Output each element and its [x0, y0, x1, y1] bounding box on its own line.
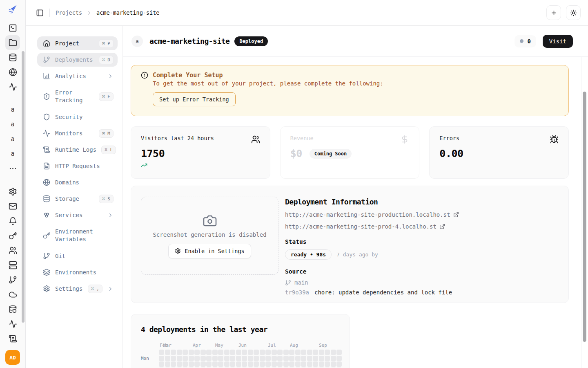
main-scrollbar-thumb[interactable]	[583, 92, 586, 342]
source-commit: tr9o39a chore: update dependencies and l…	[285, 289, 559, 296]
heatmap-cell	[206, 356, 212, 361]
heatmap-cell	[319, 356, 324, 361]
sidebar-item-services[interactable]: Services	[37, 208, 118, 222]
heatmap-month-label: Jul	[268, 343, 276, 348]
square-terminal-icon[interactable]	[5, 20, 20, 35]
heatmap-cell	[212, 350, 218, 355]
sidebar-item-environments[interactable]: Environments	[37, 265, 118, 279]
scroll-text-icon[interactable]	[5, 331, 20, 346]
rail-project-avatar[interactable]: a	[5, 102, 20, 117]
rail-project-avatar[interactable]: a	[5, 117, 20, 132]
git-branch-icon	[285, 280, 291, 286]
heatmap-cell	[212, 356, 218, 361]
dollar-sign-icon	[400, 135, 409, 144]
activity-icon[interactable]	[5, 316, 20, 331]
sidebar-item-label: Project	[55, 40, 94, 47]
shortcut-badge: ⌘ ,	[88, 285, 102, 293]
enable-in-settings-button[interactable]: Enable in Settings	[168, 244, 251, 258]
key-icon[interactable]	[5, 228, 20, 243]
commit-hash: tr9o39a	[285, 289, 309, 296]
heatmap-month-labels: FebMarAprMayJunJulAugSep	[159, 343, 340, 348]
sidebar-item-label: Error Tracking	[55, 89, 94, 104]
topbar: Projects acme-marketing-site	[26, 0, 588, 26]
heatmap-cell	[236, 350, 241, 355]
users-icon[interactable]	[5, 243, 20, 258]
status-meta: 7 days ago by	[336, 251, 378, 258]
git-branch-icon[interactable]	[5, 272, 20, 287]
sidebar-item-domains[interactable]: Domains	[37, 175, 118, 189]
app-logo-rocket-icon[interactable]	[6, 2, 19, 16]
heatmap-cell	[307, 350, 312, 355]
sidebar-item-analytics[interactable]: Analytics	[37, 69, 118, 83]
heatmap-month-label: Mar	[163, 343, 172, 348]
bell-icon[interactable]	[5, 213, 20, 228]
heatmap-cell	[289, 361, 294, 367]
setup-error-tracking-button[interactable]: Set up Error Tracking	[153, 92, 236, 106]
heatmap-cell	[218, 356, 223, 361]
sidebar-item-security[interactable]: Security	[37, 110, 118, 124]
activity-icon[interactable]	[5, 79, 20, 94]
sidebar-item-storage[interactable]: Storage⌘ S	[37, 192, 118, 206]
rail-project-avatar[interactable]: a	[5, 132, 20, 146]
sidebar-item-settings[interactable]: Settings⌘ ,	[37, 282, 118, 296]
folder-icon[interactable]	[5, 35, 20, 50]
sidebar-item-label: Security	[55, 113, 114, 121]
shield-alert-icon	[43, 93, 50, 100]
stat-value: $0	[290, 148, 302, 159]
globe-icon	[43, 179, 50, 186]
breadcrumb-projects[interactable]: Projects	[56, 9, 82, 16]
sidebar-item-monitors[interactable]: Monitors⌘ M	[37, 126, 118, 140]
counter-pill[interactable]: 0	[514, 35, 536, 47]
sidebar-item-git[interactable]: Git	[37, 249, 118, 263]
heatmap-cell	[236, 356, 241, 361]
heatmap-cell	[313, 356, 318, 361]
stats-row: Visitors last 24 hours 1750 Revenue	[131, 126, 569, 179]
heatmap-cell	[248, 356, 253, 361]
ellipsis-icon[interactable]	[5, 161, 20, 176]
rail-project-avatar[interactable]: a	[5, 146, 20, 161]
heatmap-cell	[307, 356, 312, 361]
sidebar-item-environment-variables[interactable]: Environment Variables	[37, 224, 118, 247]
sidebar-item-runtime-logs[interactable]: Runtime Logs⌘ L	[37, 143, 118, 157]
heatmap-row	[159, 361, 340, 367]
sidebar-item-project[interactable]: Project⌘ P	[37, 36, 118, 50]
heatmap-cell	[159, 350, 164, 355]
heatmap-month-label: May	[215, 343, 223, 348]
visit-button[interactable]: Visit	[543, 35, 573, 48]
add-button[interactable]	[546, 5, 561, 20]
user-avatar[interactable]: AD	[5, 350, 20, 365]
sidebar-item-label: Settings	[55, 285, 83, 293]
deployment-url-link[interactable]: http://acme-marketing-site-production.lo…	[285, 211, 559, 218]
deployment-url-link[interactable]: http://acme-marketing-site-prod-4.localh…	[285, 223, 559, 230]
heatmap-grid: FebMarAprMayJunJulAugSep Mon	[141, 343, 340, 368]
rail-scrollbar-thumb[interactable]	[22, 51, 24, 323]
heatmap-cell	[189, 361, 194, 367]
rail-project-avatars: aaaa	[5, 102, 20, 161]
main-scrollbar-track[interactable]	[581, 57, 588, 368]
heatmap-cell	[177, 356, 182, 361]
url-text: http://acme-marketing-site-prod-4.localh…	[285, 223, 437, 230]
heatmap-cell	[336, 350, 342, 355]
server-icon[interactable]	[5, 258, 20, 272]
sidebar-item-deployments[interactable]: Deployments⌘ D	[37, 53, 118, 67]
breadcrumb-current: acme-marketing-site	[96, 9, 159, 16]
status-badge: Deployed	[234, 36, 268, 46]
heatmap-cell	[230, 361, 235, 367]
heatmap-cell	[224, 361, 229, 367]
settings-icon[interactable]	[5, 184, 20, 199]
globe-icon[interactable]	[5, 65, 20, 79]
heatmap-cell	[224, 350, 229, 355]
heatmap-cell	[254, 356, 259, 361]
main-pane: a acme-marketing-site Deployed 0 Visit	[123, 26, 588, 368]
heatmap-day-label: Mon	[141, 356, 149, 361]
cloud-icon[interactable]	[5, 287, 20, 302]
database-backup-icon[interactable]	[5, 302, 20, 316]
database-icon[interactable]	[5, 50, 20, 65]
sidebar-toggle-icon[interactable]	[34, 7, 45, 18]
sidebar-item-http-requests[interactable]: HTTP Requests	[37, 159, 118, 173]
status-pill: ready • 98s	[285, 249, 332, 260]
theme-toggle-button[interactable]	[566, 5, 581, 20]
heatmap-cell	[301, 361, 306, 367]
sidebar-item-error-tracking[interactable]: Error Tracking⌘ E	[37, 85, 118, 108]
mail-icon[interactable]	[5, 199, 20, 213]
